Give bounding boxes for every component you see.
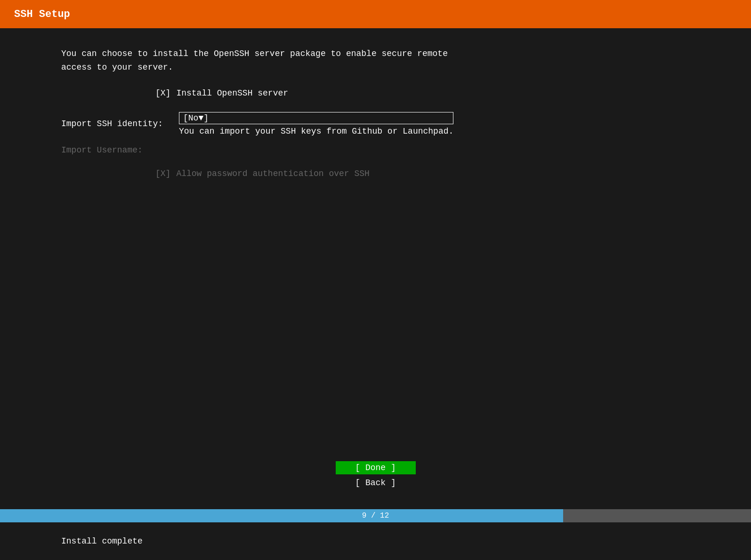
description-text: You can choose to install the OpenSSH se…: [61, 47, 690, 74]
bottom-buttons: [ Done ] [ Back ]: [336, 461, 416, 489]
main-content: You can choose to install the OpenSSH se…: [0, 28, 751, 197]
import-identity-row: Import SSH identity: [ No ▼ ] You can im…: [61, 112, 690, 136]
dropdown-arrow-icon: ▼: [198, 113, 203, 123]
done-button[interactable]: [ Done ]: [336, 461, 416, 474]
install-openssh-row[interactable]: [X] Install OpenSSH server: [61, 88, 690, 98]
import-identity-dropdown[interactable]: [ No ▼ ]: [179, 112, 453, 124]
install-openssh-checkbox[interactable]: [X]: [155, 88, 170, 98]
install-complete-label: Install complete: [61, 536, 143, 546]
install-openssh-label: Install OpenSSH server: [176, 88, 288, 98]
allow-password-checkbox[interactable]: [X]: [155, 169, 170, 178]
import-username-label: Import Username:: [61, 145, 179, 155]
progress-label: 9 / 12: [362, 512, 389, 520]
import-identity-helper: You can import your SSH keys from Github…: [179, 127, 453, 136]
progress-bar-empty: [563, 509, 751, 522]
import-username-row: Import Username:: [61, 145, 690, 155]
progress-bar-filled: [0, 509, 563, 522]
header-bar: SSH Setup: [0, 0, 751, 28]
import-identity-label: Import SSH identity:: [61, 119, 179, 128]
identity-dropdown-section: [ No ▼ ] You can import your SSH keys fr…: [179, 112, 453, 136]
allow-password-row[interactable]: [X] Allow password authentication over S…: [61, 169, 690, 178]
progress-bar-container: 9 / 12: [0, 509, 751, 522]
import-identity-block: Import SSH identity: [ No ▼ ] You can im…: [61, 112, 690, 136]
description-line1: You can choose to install the OpenSSH se…: [61, 49, 448, 58]
allow-password-label: Allow password authentication over SSH: [176, 169, 369, 178]
import-identity-value: No: [188, 113, 199, 123]
back-button[interactable]: [ Back ]: [336, 476, 416, 489]
page-title: SSH Setup: [14, 8, 70, 20]
description-line2: access to your server.: [61, 63, 173, 72]
